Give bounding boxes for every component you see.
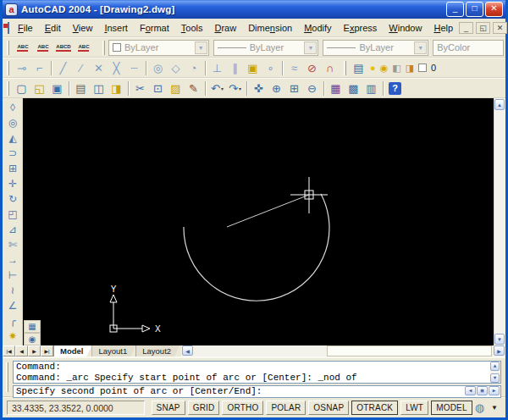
scale-button[interactable]: ◰ bbox=[4, 207, 21, 222]
break-at-point-button[interactable]: ⊢ bbox=[4, 268, 21, 283]
plot-button[interactable]: ▤ bbox=[72, 80, 90, 97]
toolbar-grip[interactable] bbox=[102, 41, 105, 55]
snap-to-parallel-button[interactable]: ∥ bbox=[226, 59, 244, 76]
menu-dimension[interactable]: Dimension bbox=[242, 20, 298, 36]
toolbar-grip[interactable] bbox=[7, 81, 9, 96]
extend-button[interactable]: → bbox=[4, 252, 21, 268]
copy-button[interactable]: ⊡ bbox=[149, 80, 167, 97]
tab-layout2[interactable]: Layout2 bbox=[135, 345, 179, 356]
status-toggle-osnap[interactable]: OSNAP bbox=[308, 401, 349, 415]
undo-button[interactable]: ↶▾ bbox=[208, 80, 226, 97]
status-toggle-snap[interactable]: SNAP bbox=[152, 401, 185, 415]
status-toggle-ortho[interactable]: ORTHO bbox=[222, 401, 263, 415]
publish-button[interactable]: ◨ bbox=[108, 80, 125, 97]
snap-to-apparent-intersection-button[interactable]: ╳ bbox=[108, 59, 125, 76]
scroll-thumb[interactable]: ▦ bbox=[477, 386, 488, 395]
menu-tools[interactable]: Tools bbox=[175, 20, 209, 36]
close-button[interactable]: ✕ bbox=[485, 2, 503, 17]
command-input-line[interactable]: Specify second point of arc or [Center/E… bbox=[13, 385, 501, 398]
edit-text-button[interactable]: ABCD bbox=[53, 39, 74, 56]
move-button[interactable]: ✛ bbox=[4, 176, 21, 191]
chevron-down-icon[interactable]: ▼ bbox=[304, 41, 317, 54]
array-button[interactable]: ⊞ bbox=[4, 161, 21, 176]
status-tray-arrow-icon[interactable]: ▼ bbox=[491, 404, 498, 412]
layer-unlock-icon[interactable]: ◧ bbox=[392, 64, 400, 73]
menu-express[interactable]: Express bbox=[338, 20, 384, 36]
layer-properties-manager-button[interactable]: ▤ bbox=[350, 59, 367, 76]
menu-format[interactable]: Format bbox=[134, 20, 175, 36]
copy-object-button[interactable]: ◎ bbox=[4, 115, 21, 130]
maximize-button[interactable]: □ bbox=[466, 2, 483, 17]
scroll-left-icon[interactable]: ◀ bbox=[465, 386, 476, 395]
plot-preview-button[interactable]: ◫ bbox=[90, 80, 108, 97]
linetype-control-dropdown[interactable]: ByLayer ▼ bbox=[213, 40, 319, 56]
snap-to-node-button[interactable]: ∘ bbox=[262, 59, 279, 76]
zoom-realtime-button[interactable]: ⊕ bbox=[268, 80, 285, 97]
last-tab-button[interactable]: ▶| bbox=[41, 345, 53, 356]
scroll-right-icon[interactable]: ▶ bbox=[489, 386, 500, 395]
previous-tab-button[interactable]: ◀ bbox=[15, 345, 28, 356]
layer-thaw-icon[interactable]: ◉ bbox=[380, 64, 389, 73]
chamfer-button[interactable]: ∠ bbox=[4, 298, 21, 313]
command-history[interactable]: Command:Command: _arc Specify start poin… bbox=[13, 361, 501, 384]
horizontal-scrollbar[interactable]: ◀ ▶ bbox=[181, 345, 505, 356]
designcenter-button[interactable]: ▩ bbox=[345, 80, 362, 97]
title-bar[interactable]: a AutoCAD 2004 - [Drawing2.dwg] _□✕ bbox=[3, 0, 505, 19]
toolbar-grip[interactable] bbox=[7, 41, 9, 55]
chevron-down-icon[interactable]: ▼ bbox=[414, 41, 427, 54]
scroll-up-icon[interactable]: ▲ bbox=[494, 99, 505, 110]
menu-file[interactable]: File bbox=[12, 20, 39, 36]
snap-to-none-button[interactable]: ⊘ bbox=[303, 59, 321, 76]
scroll-right-icon[interactable]: ▶ bbox=[494, 345, 505, 356]
temporary-track-point-button[interactable]: ⊸ bbox=[13, 59, 30, 76]
tab-model[interactable]: Model bbox=[53, 345, 91, 356]
snap-to-midpoint-button[interactable]: ∕ bbox=[72, 59, 90, 76]
hatch-button[interactable]: ▦ bbox=[24, 320, 41, 333]
first-tab-button[interactable]: |◀ bbox=[3, 345, 15, 356]
snap-to-tangent-button[interactable]: ◔ bbox=[185, 59, 202, 76]
minimize-document-button[interactable]: _ bbox=[459, 22, 473, 34]
snap-to-quadrant-button[interactable]: ◇ bbox=[167, 59, 185, 76]
multiline-text-button[interactable]: ABC bbox=[13, 39, 33, 56]
pan-realtime-button[interactable]: ✜ bbox=[250, 80, 268, 97]
command-history-scrollbar[interactable]: ▲ ▼ bbox=[490, 362, 500, 383]
scroll-down-icon[interactable]: ▼ bbox=[490, 373, 500, 383]
open-button[interactable]: ◱ bbox=[30, 80, 48, 97]
help-button[interactable]: ? bbox=[386, 80, 404, 97]
restore-document-button[interactable]: ◱ bbox=[476, 22, 490, 34]
menu-window[interactable]: Window bbox=[383, 20, 428, 36]
toolbar-grip[interactable] bbox=[7, 61, 9, 75]
close-document-button[interactable]: ✕ bbox=[493, 22, 507, 34]
break-button[interactable]: ≀ bbox=[4, 283, 21, 298]
zoom-window-button[interactable]: ⊞ bbox=[285, 80, 303, 97]
scroll-up-icon[interactable]: ▲ bbox=[490, 362, 500, 371]
command-window-grip[interactable] bbox=[6, 362, 8, 392]
redo-dropdown-icon[interactable]: ▾ bbox=[239, 86, 241, 91]
stretch-button[interactable]: ⊿ bbox=[4, 222, 21, 237]
properties-palette-button[interactable]: ▦ bbox=[327, 80, 345, 97]
drawing-document-icon[interactable] bbox=[8, 22, 9, 34]
match-properties-button[interactable]: ✎ bbox=[185, 80, 202, 97]
layer-plot-icon[interactable]: ◨ bbox=[406, 64, 414, 73]
single-line-text-button[interactable]: ABC bbox=[33, 39, 53, 56]
rotate-button[interactable]: ↻ bbox=[4, 191, 21, 207]
snap-to-endpoint-button[interactable]: ╱ bbox=[54, 59, 72, 76]
color-control-dropdown[interactable]: ByLayer ▼ bbox=[108, 40, 209, 56]
trim-button[interactable]: ✄ bbox=[4, 237, 21, 252]
tab-layout1[interactable]: Layout1 bbox=[91, 345, 135, 356]
paste-button[interactable]: ▨ bbox=[167, 80, 185, 97]
layer-on-icon[interactable]: ● bbox=[370, 64, 376, 73]
menu-insert[interactable]: Insert bbox=[98, 20, 134, 36]
status-toggle-otrack[interactable]: OTRACK bbox=[351, 401, 398, 415]
explode-button[interactable]: ✷ bbox=[4, 329, 21, 344]
menu-draw[interactable]: Draw bbox=[208, 20, 242, 36]
status-toggle-grid[interactable]: GRID bbox=[188, 401, 220, 415]
drawing-canvas[interactable]: Y X ▦◉ bbox=[23, 98, 494, 345]
snap-to-extension-button[interactable]: ┄ bbox=[125, 59, 143, 76]
snap-to-insert-button[interactable]: ▣ bbox=[244, 59, 262, 76]
next-tab-button[interactable]: ▶ bbox=[28, 345, 41, 356]
snap-to-intersection-button[interactable]: ✕ bbox=[90, 59, 108, 76]
zoom-previous-button[interactable]: ⊖ bbox=[303, 80, 321, 97]
menu-view[interactable]: View bbox=[67, 20, 99, 36]
mirror-button[interactable]: ◭ bbox=[4, 130, 21, 146]
